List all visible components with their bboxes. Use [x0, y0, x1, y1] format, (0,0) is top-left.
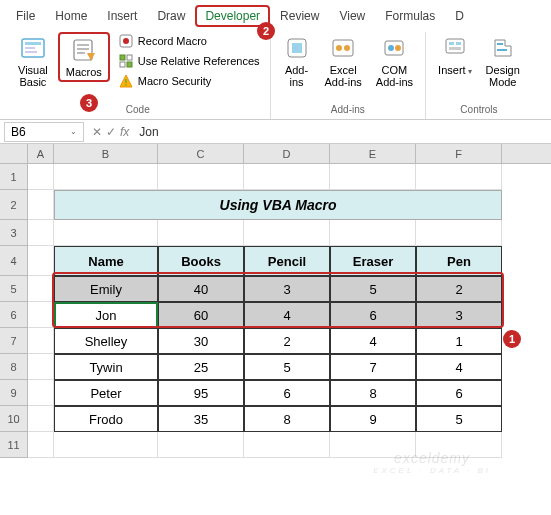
- table-cell[interactable]: 3: [244, 276, 330, 302]
- row-header[interactable]: 1: [0, 164, 28, 190]
- fx-icon[interactable]: fx: [120, 125, 129, 139]
- cell[interactable]: [244, 432, 330, 458]
- table-header[interactable]: Pencil: [244, 246, 330, 276]
- table-cell[interactable]: Peter: [54, 380, 158, 406]
- cell[interactable]: [158, 432, 244, 458]
- cell[interactable]: [28, 302, 54, 328]
- table-cell[interactable]: 6: [244, 380, 330, 406]
- insert-button[interactable]: Insert▾: [434, 32, 476, 79]
- col-header-F[interactable]: F: [416, 144, 502, 163]
- table-cell[interactable]: 1: [416, 328, 502, 354]
- tab-insert[interactable]: Insert: [97, 5, 147, 27]
- cell[interactable]: [330, 432, 416, 458]
- row-header[interactable]: 4: [0, 246, 28, 276]
- table-cell[interactable]: 2: [244, 328, 330, 354]
- addins-button[interactable]: Add- ins: [279, 32, 315, 90]
- cell[interactable]: [416, 220, 502, 246]
- enter-icon[interactable]: ✓: [106, 125, 116, 139]
- cell[interactable]: [416, 432, 502, 458]
- table-cell[interactable]: 30: [158, 328, 244, 354]
- table-header[interactable]: Name: [54, 246, 158, 276]
- cell[interactable]: [416, 164, 502, 190]
- table-cell[interactable]: 60: [158, 302, 244, 328]
- chevron-down-icon[interactable]: ⌄: [70, 127, 77, 136]
- cell[interactable]: [28, 354, 54, 380]
- select-all-corner[interactable]: [0, 144, 28, 163]
- row-header[interactable]: 2: [0, 190, 28, 220]
- table-cell[interactable]: 40: [158, 276, 244, 302]
- tab-review[interactable]: Review: [270, 5, 329, 27]
- row-header[interactable]: 9: [0, 380, 28, 406]
- table-cell[interactable]: 6: [416, 380, 502, 406]
- row-header[interactable]: 7: [0, 328, 28, 354]
- table-cell[interactable]: Frodo: [54, 406, 158, 432]
- cell[interactable]: [244, 164, 330, 190]
- tab-file[interactable]: File: [6, 5, 45, 27]
- table-cell[interactable]: 7: [330, 354, 416, 380]
- row-header[interactable]: 11: [0, 432, 28, 458]
- col-header-B[interactable]: B: [54, 144, 158, 163]
- table-cell[interactable]: 3: [416, 302, 502, 328]
- design-mode-button[interactable]: Design Mode: [482, 32, 524, 90]
- table-cell[interactable]: Shelley: [54, 328, 158, 354]
- col-header-A[interactable]: A: [28, 144, 54, 163]
- active-cell[interactable]: Jon: [54, 302, 158, 328]
- table-cell[interactable]: 5: [244, 354, 330, 380]
- tab-overflow[interactable]: D: [445, 5, 474, 27]
- name-box[interactable]: B6 ⌄: [4, 122, 84, 142]
- cell[interactable]: [28, 220, 54, 246]
- col-header-E[interactable]: E: [330, 144, 416, 163]
- cell[interactable]: [54, 432, 158, 458]
- table-cell[interactable]: Tywin: [54, 354, 158, 380]
- cell[interactable]: [28, 406, 54, 432]
- macro-security-button[interactable]: Macro Security: [116, 72, 262, 90]
- table-cell[interactable]: 95: [158, 380, 244, 406]
- cell[interactable]: [330, 164, 416, 190]
- table-cell[interactable]: Emily: [54, 276, 158, 302]
- cell[interactable]: [54, 164, 158, 190]
- tab-draw[interactable]: Draw: [147, 5, 195, 27]
- table-cell[interactable]: 5: [330, 276, 416, 302]
- excel-addins-button[interactable]: Excel Add-ins: [321, 32, 366, 90]
- row-header[interactable]: 8: [0, 354, 28, 380]
- tab-home[interactable]: Home: [45, 5, 97, 27]
- table-cell[interactable]: 9: [330, 406, 416, 432]
- row-header[interactable]: 3: [0, 220, 28, 246]
- cell[interactable]: [28, 190, 54, 220]
- tab-formulas[interactable]: Formulas: [375, 5, 445, 27]
- cell[interactable]: [28, 432, 54, 458]
- cell[interactable]: [54, 220, 158, 246]
- cell[interactable]: [28, 246, 54, 276]
- cell[interactable]: [244, 220, 330, 246]
- visual-basic-button[interactable]: Visual Basic: [14, 32, 52, 90]
- table-cell[interactable]: 6: [330, 302, 416, 328]
- table-header[interactable]: Books: [158, 246, 244, 276]
- table-cell[interactable]: 8: [244, 406, 330, 432]
- table-cell[interactable]: 5: [416, 406, 502, 432]
- row-header[interactable]: 5: [0, 276, 28, 302]
- cell[interactable]: [158, 220, 244, 246]
- row-header[interactable]: 6: [0, 302, 28, 328]
- table-cell[interactable]: 4: [330, 328, 416, 354]
- table-header[interactable]: Pen: [416, 246, 502, 276]
- cancel-icon[interactable]: ✕: [92, 125, 102, 139]
- col-header-D[interactable]: D: [244, 144, 330, 163]
- tab-view[interactable]: View: [329, 5, 375, 27]
- cell[interactable]: [28, 164, 54, 190]
- col-header-C[interactable]: C: [158, 144, 244, 163]
- table-header[interactable]: Eraser: [330, 246, 416, 276]
- formula-input[interactable]: Jon: [133, 123, 551, 141]
- com-addins-button[interactable]: COM Add-ins: [372, 32, 417, 90]
- cell[interactable]: [28, 328, 54, 354]
- use-relative-button[interactable]: Use Relative References: [116, 52, 262, 70]
- table-cell[interactable]: 4: [244, 302, 330, 328]
- table-cell[interactable]: 35: [158, 406, 244, 432]
- cell[interactable]: [28, 276, 54, 302]
- table-cell[interactable]: 25: [158, 354, 244, 380]
- cell[interactable]: [28, 380, 54, 406]
- table-cell[interactable]: 4: [416, 354, 502, 380]
- table-cell[interactable]: 8: [330, 380, 416, 406]
- cell[interactable]: [330, 220, 416, 246]
- row-header[interactable]: 10: [0, 406, 28, 432]
- cell[interactable]: [158, 164, 244, 190]
